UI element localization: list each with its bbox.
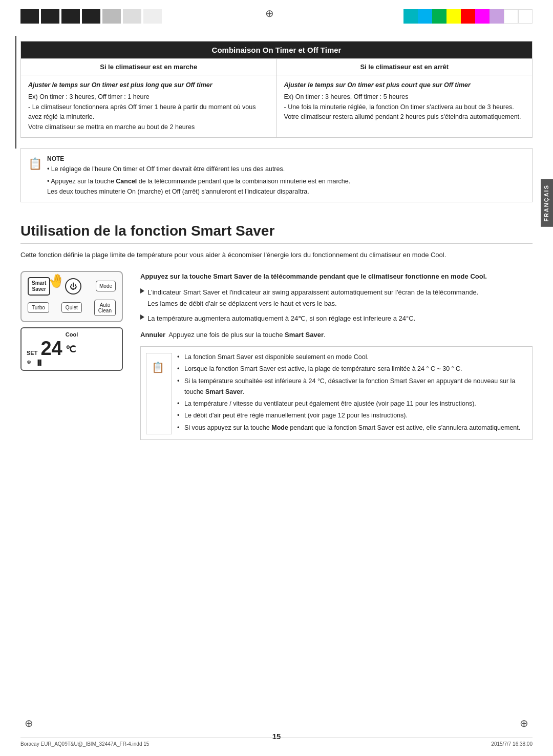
smart-saver-title-wrapper: Utilisation de la fonction Smart Saver xyxy=(20,223,533,244)
left-border-line xyxy=(15,36,16,149)
footer-left: Boracay EUR_AQ09T&U@_IBIM_32447A_FR-4.in… xyxy=(20,741,149,747)
remote-top: Smart Saver 🤚 ⏻ Mode Turbo Quiet Auto Cl… xyxy=(20,271,123,322)
display-temperature: 24 xyxy=(40,339,62,358)
notes-bullet-6: Si vous appuyez sur la touche Mode penda… xyxy=(177,423,525,433)
notes-bullet-1: La fonction Smart Saver est disponible s… xyxy=(177,352,525,363)
black-square-6 xyxy=(123,9,141,24)
smart-saver-instruction: Appuyez sur la touche Smart Saver de la … xyxy=(140,271,533,282)
remote-display: Cool SET 24 ℃ ❅ ▐▌ xyxy=(20,327,123,371)
hand-pointing-icon: 🤚 xyxy=(47,271,66,290)
display-main-row: SET 24 ℃ xyxy=(27,339,117,358)
smart-saver-btn-wrapper: Smart Saver 🤚 xyxy=(28,277,50,296)
timer-table: Si le climatiseur est en marche Si le cl… xyxy=(21,58,532,137)
note-content: NOTE • Le réglage de l'heure On timer et… xyxy=(47,154,350,197)
triangle-icon-2 xyxy=(140,314,144,320)
timer-table-wrapper: Combinaison On Timer et Off Timer Si le … xyxy=(20,41,533,138)
color-magenta xyxy=(475,9,490,24)
timer-table-header: Combinaison On Timer et Off Timer xyxy=(21,41,532,58)
smart-saver-description: Cette fonction définie la plage limite d… xyxy=(20,250,533,261)
color-red xyxy=(461,9,475,24)
notes-bullets-box: 📋 La fonction Smart Saver est disponible… xyxy=(140,346,533,440)
timer-col1-example: Ex) On timer : 3 heures, Off timer : 1 h… xyxy=(28,93,150,100)
timer-col2-italic-title: Ajuster le temps sur On timer est plus c… xyxy=(284,80,525,90)
black-square-1 xyxy=(20,9,39,24)
triangle-icon-1 xyxy=(140,288,144,293)
timer-col1-italic-title: Ajuster le temps sur On timer est plus l… xyxy=(28,80,269,90)
note-box: 📋 NOTE • Le réglage de l'heure On timer … xyxy=(20,148,533,202)
bullet-1-text: L'indicateur Smart Saver et l'indicateur… xyxy=(147,287,478,309)
footer: Boracay EUR_AQ09T&U@_IBIM_32447A_FR-4.in… xyxy=(20,738,533,747)
power-button[interactable]: ⏻ xyxy=(65,278,81,295)
display-snowflake-row: ❅ ▐▌ xyxy=(27,359,117,366)
black-square-4 xyxy=(82,9,100,24)
smart-saver-title: Utilisation de la fonction Smart Saver xyxy=(20,223,533,239)
display-signal-icon: ▐▌ xyxy=(36,360,43,365)
color-blue xyxy=(418,9,432,24)
language-side-tab: FRANÇAIS xyxy=(541,179,553,227)
smart-saver-layout: Smart Saver 🤚 ⏻ Mode Turbo Quiet Auto Cl… xyxy=(20,271,533,440)
notes-doc-icon: 📋 xyxy=(146,353,172,434)
timer-col2-header: Si le climatiseur est en arrêt xyxy=(276,59,532,75)
display-temp-unit: ℃ xyxy=(66,344,76,355)
remote-container: Smart Saver 🤚 ⏻ Mode Turbo Quiet Auto Cl… xyxy=(20,271,128,371)
color-violet xyxy=(490,9,504,24)
reg-mark-top-center: ⊕ xyxy=(265,7,274,19)
auto-clean-button[interactable]: Auto Clean xyxy=(94,300,116,316)
annuler-text: Appuyez une fois de plus sur la touche S… xyxy=(168,329,325,340)
black-square-5 xyxy=(102,9,121,24)
bullet-2-text: La température augmentera automatiquemen… xyxy=(147,313,415,324)
reg-mark-bottom-right: ⊕ xyxy=(520,717,528,729)
display-cool-label: Cool xyxy=(27,331,117,338)
notes-bullet-5: Le débit d'air peut être réglé manuellem… xyxy=(177,410,525,421)
notes-bullet-4: La température / vitesse du ventilateur … xyxy=(177,398,525,409)
notes-bullet-3: Si la température souhaitée est inférieu… xyxy=(177,376,525,398)
note-label: NOTE xyxy=(47,155,64,162)
notes-bullet-2: Lorsque la fonction Smart Saver est acti… xyxy=(177,364,525,374)
reg-mark-bottom-left: ⊕ xyxy=(25,717,33,729)
black-squares-top xyxy=(20,9,162,24)
footer-right: 2015/7/7 16:38:00 xyxy=(491,741,533,747)
timer-col1-detail: - Le climatiseur fonctionnera après Off … xyxy=(28,103,256,131)
timer-col1-content: Ajuster le temps sur On timer est plus l… xyxy=(21,75,276,137)
annuler-label: Annuler xyxy=(140,329,165,340)
bullet-2: La température augmentera automatiquemen… xyxy=(140,313,533,324)
black-square-7 xyxy=(143,9,162,24)
remote-top-buttons: Smart Saver 🤚 ⏻ Mode xyxy=(28,277,116,296)
color-bar-top xyxy=(403,9,533,24)
smart-saver-text-area: Appuyez sur la touche Smart Saver de la … xyxy=(140,271,533,440)
black-square-2 xyxy=(41,9,59,24)
color-white1 xyxy=(504,9,518,24)
note-bullet-2: • Appuyez sur la touche Cancel de la tél… xyxy=(47,176,350,197)
note-document-icon: 📋 xyxy=(28,155,42,173)
note-bullet-1: • Le réglage de l'heure On timer et Off … xyxy=(47,164,350,174)
quiet-button[interactable]: Quiet xyxy=(61,302,82,313)
turbo-button[interactable]: Turbo xyxy=(28,302,49,313)
timer-col2-content: Ajuster le temps sur On timer est plus c… xyxy=(276,75,532,137)
notes-bullets-list: La fonction Smart Saver est disponible s… xyxy=(177,352,525,434)
black-square-3 xyxy=(61,9,80,24)
display-set-label: SET xyxy=(27,350,37,356)
bullet-1: L'indicateur Smart Saver et l'indicateur… xyxy=(140,287,533,309)
timer-col2-detail: - Une fois la minuterie réglée, la fonct… xyxy=(284,103,521,120)
color-yellow xyxy=(446,9,461,24)
remote-row2: Turbo Quiet Auto Clean xyxy=(28,300,116,316)
mode-button[interactable]: Mode xyxy=(96,281,116,291)
color-green xyxy=(432,9,446,24)
timer-col1-header: Si le climatiseur est en marche xyxy=(21,59,276,75)
timer-col2-example: Ex) On timer : 3 heures, Off timer : 5 h… xyxy=(284,93,409,100)
annuler-row: Annuler Appuyez une fois de plus sur la … xyxy=(140,329,533,340)
color-white2 xyxy=(518,9,533,24)
color-cyan xyxy=(403,9,418,24)
